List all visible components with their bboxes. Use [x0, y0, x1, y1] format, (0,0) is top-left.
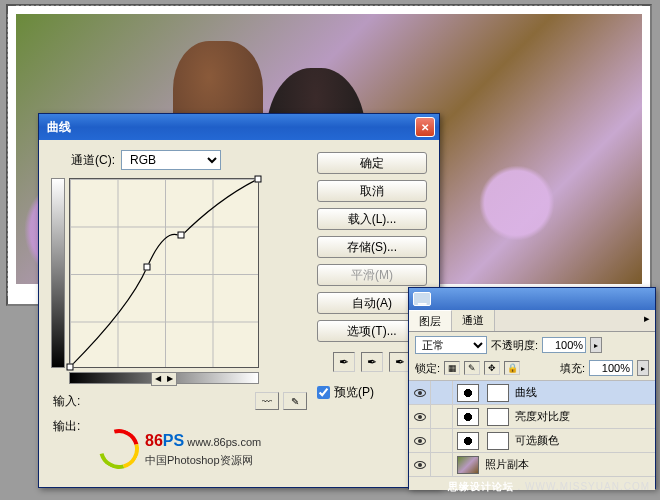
layer-thumbnail[interactable]	[457, 384, 479, 402]
curve-point[interactable]	[67, 364, 74, 371]
blend-mode-select[interactable]: 正常	[415, 336, 487, 354]
eye-icon	[414, 389, 426, 397]
ruler-horizontal	[16, 5, 642, 9]
layer-name[interactable]: 亮度对比度	[513, 409, 570, 424]
opacity-input[interactable]	[542, 337, 586, 353]
pencil-tool-icon[interactable]: ✎	[283, 392, 307, 410]
panel-titlebar[interactable]: ▁	[409, 288, 655, 310]
gradient-horizontal: ◀▶	[69, 372, 259, 384]
watermark-86ps: 86PS www.86ps.com 中国Photoshop资源网	[99, 429, 261, 469]
channel-label: 通道(C):	[71, 152, 115, 169]
layer-item[interactable]: 可选颜色	[409, 429, 655, 453]
output-label: 输出:	[53, 418, 80, 435]
fill-flyout-icon[interactable]: ▸	[637, 360, 649, 376]
layer-thumbnail[interactable]	[457, 408, 479, 426]
eye-icon	[414, 461, 426, 469]
layer-mask-thumbnail[interactable]	[487, 432, 509, 450]
layer-link-cell[interactable]	[431, 381, 453, 404]
gradient-vertical	[51, 178, 65, 368]
gradient-toggle[interactable]: ◀▶	[151, 372, 177, 386]
lock-all-icon[interactable]: 🔒	[504, 361, 520, 375]
preview-checkbox[interactable]	[317, 386, 330, 399]
dialog-titlebar[interactable]: 曲线 ✕	[39, 114, 439, 140]
layer-thumbnail[interactable]	[457, 456, 479, 474]
cancel-button[interactable]: 取消	[317, 180, 427, 202]
lock-label: 锁定:	[415, 361, 440, 376]
dialog-title: 曲线	[47, 119, 71, 136]
fill-label: 填充:	[560, 361, 585, 376]
smooth-button: 平滑(M)	[317, 264, 427, 286]
curve-point[interactable]	[177, 232, 184, 239]
curve-point[interactable]	[255, 176, 262, 183]
visibility-toggle[interactable]	[409, 405, 431, 428]
visibility-toggle[interactable]	[409, 429, 431, 452]
opacity-flyout-icon[interactable]: ▸	[590, 337, 602, 353]
opacity-label: 不透明度:	[491, 338, 538, 353]
tab-channels[interactable]: 通道	[452, 310, 495, 331]
layer-mask-thumbnail[interactable]	[487, 384, 509, 402]
layer-name[interactable]: 照片副本	[483, 457, 529, 472]
eyedropper-black-icon[interactable]: ✒	[333, 352, 355, 372]
layer-name[interactable]: 曲线	[513, 385, 537, 400]
preview-label: 预览(P)	[334, 384, 374, 401]
layer-item[interactable]: 曲线	[409, 381, 655, 405]
channel-select[interactable]: RGB	[121, 150, 221, 170]
ruler-vertical	[7, 14, 11, 296]
curve-point[interactable]	[144, 264, 151, 271]
minimize-icon[interactable]: ▁	[413, 292, 431, 306]
logo-icon	[99, 429, 139, 469]
layer-item[interactable]: 照片副本	[409, 453, 655, 477]
panel-menu-icon[interactable]: ▸	[639, 310, 655, 331]
curve-tool-icon[interactable]: 〰	[255, 392, 279, 410]
tab-layers[interactable]: 图层	[409, 310, 452, 331]
curve-grid[interactable]	[69, 178, 259, 368]
eyedropper-gray-icon[interactable]: ✒	[361, 352, 383, 372]
save-button[interactable]: 存储(S)...	[317, 236, 427, 258]
visibility-toggle[interactable]	[409, 381, 431, 404]
input-label: 输入:	[53, 393, 80, 410]
curves-dialog: 曲线 ✕ 通道(C): RGB	[38, 113, 440, 488]
lock-transparency-icon[interactable]: ▦	[444, 361, 460, 375]
lock-position-icon[interactable]: ✥	[484, 361, 500, 375]
lock-pixels-icon[interactable]: ✎	[464, 361, 480, 375]
layer-link-cell[interactable]	[431, 405, 453, 428]
layer-link-cell[interactable]	[431, 453, 453, 476]
visibility-toggle[interactable]	[409, 453, 431, 476]
layers-panel: ▁ 图层 通道 ▸ 正常 不透明度: ▸ 锁定: ▦ ✎ ✥ 🔒 填充: ▸	[408, 287, 656, 489]
layer-mask-thumbnail[interactable]	[487, 408, 509, 426]
ok-button[interactable]: 确定	[317, 152, 427, 174]
eye-icon	[414, 437, 426, 445]
fill-input[interactable]	[589, 360, 633, 376]
layer-thumbnail[interactable]	[457, 432, 479, 450]
close-button[interactable]: ✕	[415, 117, 435, 137]
layer-list: 曲线 亮度对比度 可选颜色 照片副本	[409, 381, 655, 479]
layer-link-cell[interactable]	[431, 429, 453, 452]
layer-name[interactable]: 可选颜色	[513, 433, 559, 448]
load-button[interactable]: 载入(L)...	[317, 208, 427, 230]
curve-path	[70, 179, 258, 367]
layer-item[interactable]: 亮度对比度	[409, 405, 655, 429]
watermark-missyuan: 思缘设计论坛 . WWW.MISSYUAN.COM	[448, 480, 650, 494]
eye-icon	[414, 413, 426, 421]
